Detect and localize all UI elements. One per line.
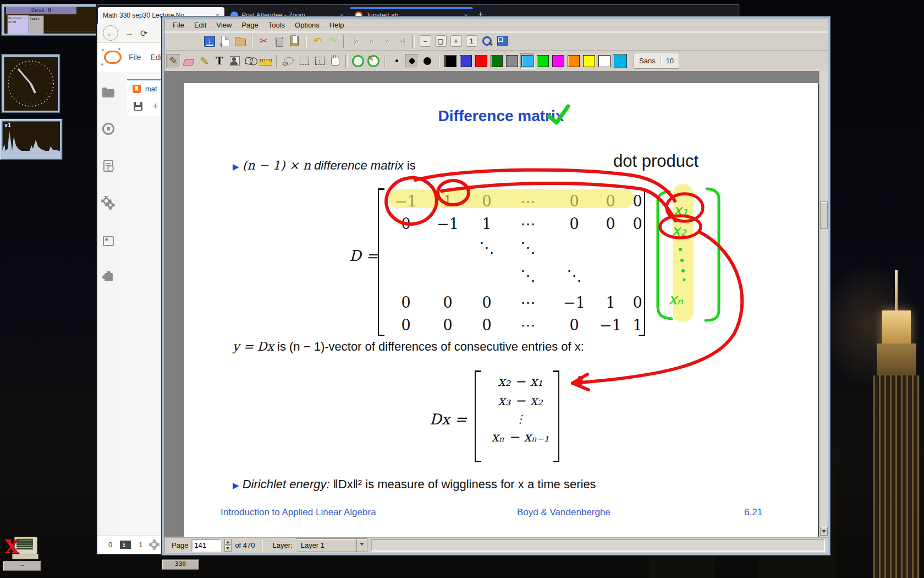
ruler-tool-button[interactable] xyxy=(258,54,273,68)
chevron-down-icon[interactable] xyxy=(356,539,367,552)
undo-button[interactable]: ↶ xyxy=(310,34,324,48)
fullscreen-button[interactable] xyxy=(495,34,509,48)
redo-button[interactable]: ↷ xyxy=(326,34,340,48)
property-inspector-icon[interactable] xyxy=(103,160,113,172)
zoom-fit-button[interactable]: ▢ xyxy=(433,34,448,48)
save-notebook-icon[interactable] xyxy=(134,102,142,111)
text-tool-button[interactable]: T xyxy=(212,54,227,68)
vertical-select-button[interactable]: ↕ xyxy=(312,54,327,68)
open-file-button[interactable] xyxy=(233,34,248,48)
add-cell-icon[interactable]: + xyxy=(152,101,158,112)
color-white[interactable] xyxy=(597,53,612,69)
green-xn-label: xₙ xyxy=(668,291,683,308)
taskbar-item-xterm[interactable]: ~ xyxy=(3,561,41,571)
slide-footer-right: 6.21 xyxy=(744,507,762,518)
dx-vector: x₂ − x₁ x₃ − x₂ ⋮ xₙ − xₙ₋₁ xyxy=(485,374,556,445)
next-page-button[interactable]: » xyxy=(380,34,394,48)
color-yellow[interactable] xyxy=(582,53,596,69)
zoom-100-button[interactable]: 1 xyxy=(464,34,479,48)
font-button[interactable]: Sans 10 xyxy=(634,53,679,69)
font-size-label: 10 xyxy=(661,57,679,65)
settings-gears-icon[interactable] xyxy=(102,197,114,209)
zoom-out-button[interactable]: − xyxy=(418,34,432,48)
analog-clock xyxy=(4,57,58,111)
image-tool-button[interactable] xyxy=(228,54,242,68)
previous-page-button[interactable]: « xyxy=(364,34,378,48)
jlab-menu-file[interactable]: File xyxy=(129,53,141,62)
clock-window[interactable] xyxy=(2,54,60,113)
reload-icon[interactable]: ⟳ xyxy=(140,28,147,39)
notebook-tab-title: mat xyxy=(145,85,157,93)
color-black[interactable] xyxy=(443,53,458,69)
extensions-icon[interactable] xyxy=(105,273,113,281)
red-circle-x2 xyxy=(660,216,701,238)
jupyter-logo-icon xyxy=(103,48,119,67)
copy-button[interactable] xyxy=(272,34,286,48)
color-gray[interactable] xyxy=(505,53,519,69)
files-icon[interactable] xyxy=(102,89,114,97)
menu-help[interactable]: Help xyxy=(325,20,349,30)
new-file-button[interactable] xyxy=(218,34,232,48)
eraser-tool-button[interactable] xyxy=(182,54,196,68)
back-icon[interactable]: ← xyxy=(103,25,118,41)
y-equals-dx-line: y = Dx is (n − 1)-vector of differences … xyxy=(233,340,584,354)
hand-tool-button[interactable] xyxy=(328,54,342,68)
page-spinner[interactable] xyxy=(224,539,232,552)
pager-mini-window[interactable]: Xournal - oct0 xyxy=(7,15,29,34)
running-sessions-icon[interactable] xyxy=(102,123,114,135)
first-page-button[interactable]: |« xyxy=(349,34,363,48)
pager-desk-label[interactable]: Desk 0 xyxy=(6,7,76,14)
xournal-canvas[interactable]: Difference matrix ▶ (n − 1) × n differen… xyxy=(164,71,828,537)
color-magenta[interactable] xyxy=(551,53,565,69)
xournal-window[interactable]: File Edit View Page Tools Options Help ↓… xyxy=(162,17,831,555)
page-number-input[interactable] xyxy=(191,539,221,552)
bullet-icon: ▶ xyxy=(233,481,239,490)
xload-window[interactable]: v1 xyxy=(0,119,62,160)
default-pen-button[interactable] xyxy=(366,54,381,68)
color-orange[interactable] xyxy=(566,53,581,69)
pen-thick-button[interactable] xyxy=(420,54,435,68)
open-tabs-icon[interactable] xyxy=(103,236,114,246)
menu-options[interactable]: Options xyxy=(290,20,324,30)
dx-lhs: Dx = xyxy=(430,411,467,428)
search-icon[interactable] xyxy=(480,34,494,48)
slide-title: Difference matrix xyxy=(184,107,818,125)
zoom-in-button[interactable]: + xyxy=(449,34,463,48)
menu-edit[interactable]: Edit xyxy=(190,20,211,30)
shape-recognizer-button[interactable] xyxy=(243,54,257,68)
scrollbar-down-arrow[interactable] xyxy=(820,527,828,536)
rect-select-button[interactable] xyxy=(297,54,311,68)
status-gear-icon[interactable] xyxy=(151,541,158,549)
vertical-scrollbar[interactable] xyxy=(819,71,828,537)
cut-button[interactable]: ✂ xyxy=(256,34,271,48)
menu-page[interactable]: Page xyxy=(237,20,262,30)
menu-tools[interactable]: Tools xyxy=(264,20,289,30)
pen-tool-button[interactable]: ✎ xyxy=(166,54,180,68)
pdf-page[interactable]: Difference matrix ▶ (n − 1) × n differen… xyxy=(184,83,818,537)
color-blue[interactable] xyxy=(459,53,473,69)
color-lightblue[interactable] xyxy=(520,53,535,69)
save-button[interactable]: ↓ xyxy=(202,34,217,48)
statusbar-message-area xyxy=(371,539,825,552)
highlighter-tool-button[interactable]: ✎ xyxy=(197,54,211,68)
pager-mini-window[interactable]: Tools xyxy=(29,15,44,34)
color-lightgreen[interactable] xyxy=(536,53,550,69)
paste-button[interactable] xyxy=(287,34,301,48)
menu-file[interactable]: File xyxy=(168,20,189,30)
hour-hand xyxy=(31,84,35,93)
color-custom[interactable] xyxy=(613,53,627,69)
default-tool-button[interactable] xyxy=(351,54,365,68)
color-green[interactable] xyxy=(490,53,504,69)
lasso-select-button[interactable] xyxy=(282,54,296,68)
taskbar-item-330[interactable]: 330 xyxy=(162,559,199,570)
layer-combobox[interactable]: Layer 1 xyxy=(296,538,367,552)
scrollbar-thumb[interactable] xyxy=(820,201,828,229)
forward-icon[interactable]: → xyxy=(125,28,134,38)
menu-view[interactable]: View xyxy=(212,20,236,30)
pen-fine-button[interactable] xyxy=(389,54,404,68)
last-page-button[interactable]: »| xyxy=(395,34,409,48)
terminal-count: 0 xyxy=(108,541,112,549)
xterm-icon[interactable]: X xyxy=(4,537,38,561)
color-red[interactable] xyxy=(474,53,488,69)
pen-medium-button[interactable] xyxy=(405,54,419,68)
